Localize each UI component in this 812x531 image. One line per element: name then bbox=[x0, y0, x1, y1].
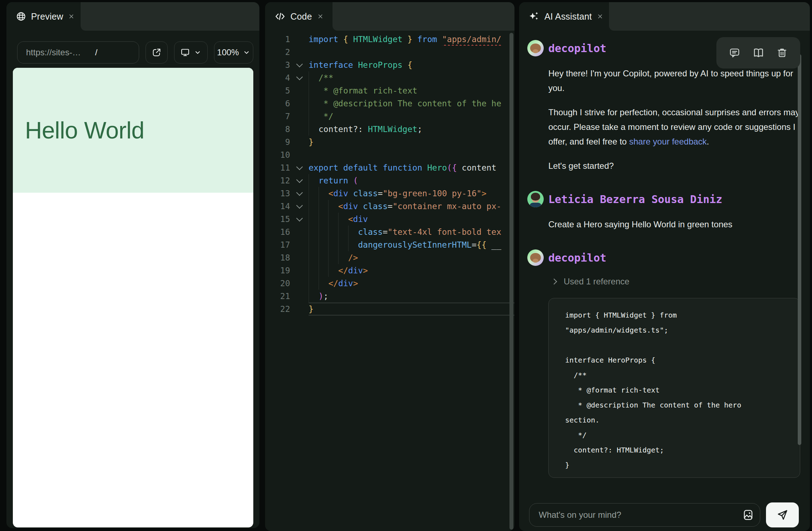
chat-input[interactable] bbox=[529, 504, 760, 526]
book-icon[interactable] bbox=[753, 47, 764, 59]
close-icon[interactable] bbox=[597, 13, 604, 20]
image-icon[interactable] bbox=[742, 509, 754, 521]
code-line[interactable]: 22} bbox=[265, 303, 514, 315]
chat-tabstrip bbox=[609, 2, 810, 31]
line-number: 17 bbox=[265, 238, 290, 251]
line-number: 7 bbox=[265, 110, 290, 123]
code-line[interactable]: 14<div class="container mx-auto px- bbox=[265, 200, 514, 213]
fold-chevron-icon[interactable] bbox=[290, 161, 309, 174]
send-button[interactable] bbox=[766, 502, 799, 527]
code-line[interactable]: 5 * @format rich-text bbox=[265, 84, 514, 97]
line-number: 12 bbox=[265, 174, 290, 187]
code-line[interactable]: 16class="text-4xl font-bold tex bbox=[265, 226, 514, 238]
indent-guide bbox=[328, 264, 338, 277]
tab-code[interactable]: Code bbox=[265, 2, 333, 31]
line-number: 20 bbox=[265, 277, 290, 290]
close-icon[interactable] bbox=[68, 13, 75, 20]
line-number: 13 bbox=[265, 187, 290, 200]
fold-spacer bbox=[290, 238, 309, 251]
code-line[interactable]: 7 */ bbox=[265, 110, 514, 123]
code-line[interactable]: 13<div class="bg-green-100 py-16"> bbox=[265, 187, 514, 200]
indent-guide bbox=[319, 238, 329, 251]
preview-panel: Preview https://sites-… / bbox=[6, 2, 259, 528]
code-panel: Code 1import { HTMLWidget } from "apps/a… bbox=[265, 2, 514, 531]
code-text: import { HTMLWidget } from "apps/admin/ bbox=[309, 33, 514, 46]
code-text: </div> bbox=[309, 264, 514, 277]
code-line[interactable]: 21); bbox=[265, 290, 514, 303]
code-line[interactable]: 19</div> bbox=[265, 264, 514, 277]
chat-messages: decopilotHey there! I'm your Copilot, po… bbox=[527, 31, 800, 502]
indent-guide bbox=[309, 187, 319, 200]
indent-guide bbox=[309, 277, 319, 290]
indent-guide bbox=[319, 264, 329, 277]
code-line[interactable]: 8content?: HTMLWidget; bbox=[265, 123, 514, 136]
fold-chevron-icon[interactable] bbox=[290, 187, 309, 200]
assistant-avatar bbox=[527, 40, 544, 56]
site-preview-frame[interactable]: Hello World bbox=[13, 68, 253, 527]
reference-toggle[interactable]: Used 1 reference bbox=[552, 277, 800, 287]
url-path: / bbox=[95, 47, 97, 57]
code-text: content?: HTMLWidget; bbox=[309, 123, 514, 136]
hero-section: Hello World bbox=[13, 68, 253, 193]
fold-chevron-icon[interactable] bbox=[290, 213, 309, 226]
fold-chevron-icon[interactable] bbox=[290, 174, 309, 187]
tab-ai-assistant[interactable]: AI Assistant bbox=[519, 2, 609, 31]
message-header: Leticia Bezerra Sousa Diniz bbox=[527, 191, 800, 207]
indent-guide bbox=[309, 290, 319, 303]
code-line[interactable]: 11export default function Hero({ content bbox=[265, 161, 514, 174]
indent-guide bbox=[309, 238, 319, 251]
indent-guide bbox=[328, 213, 338, 226]
code-text bbox=[309, 46, 514, 59]
reference-label: Used 1 reference bbox=[564, 277, 629, 287]
code-line[interactable]: 20</div> bbox=[265, 277, 514, 290]
code-text: /** bbox=[309, 71, 514, 84]
editor-scrollbar[interactable] bbox=[509, 33, 513, 530]
code-line[interactable]: 10 bbox=[265, 148, 514, 161]
code-line[interactable]: 18/> bbox=[265, 251, 514, 264]
device-select-button[interactable] bbox=[174, 41, 208, 64]
tab-code-label: Code bbox=[290, 11, 312, 22]
zoom-value: 100% bbox=[217, 47, 239, 57]
fold-chevron-icon[interactable] bbox=[290, 71, 309, 84]
user-avatar bbox=[527, 191, 544, 207]
chat-scrollbar[interactable] bbox=[798, 54, 801, 445]
code-text: } bbox=[309, 136, 514, 148]
url-input[interactable]: https://sites-… / bbox=[17, 41, 139, 64]
message-author: decopilot bbox=[548, 252, 607, 264]
code-line[interactable]: 3interface HeroProps { bbox=[265, 59, 514, 71]
fold-chevron-icon[interactable] bbox=[290, 200, 309, 213]
code-line[interactable]: 17dangerouslySetInnerHTML={{ __ bbox=[265, 238, 514, 251]
message-author: Leticia Bezerra Sousa Diniz bbox=[548, 193, 722, 206]
code-line[interactable]: 6 * @description The content of the he bbox=[265, 97, 514, 110]
code-line[interactable]: 12return ( bbox=[265, 174, 514, 187]
fold-spacer bbox=[290, 46, 309, 59]
tab-preview[interactable]: Preview bbox=[6, 2, 81, 31]
code-text: return ( bbox=[309, 174, 514, 187]
code-editor[interactable]: 1import { HTMLWidget } from "apps/admin/… bbox=[265, 31, 514, 531]
open-external-button[interactable] bbox=[146, 41, 168, 64]
comment-icon[interactable] bbox=[729, 47, 740, 59]
code-line[interactable]: 1import { HTMLWidget } from "apps/admin/ bbox=[265, 33, 514, 46]
chevron-down-icon bbox=[243, 49, 250, 56]
indent-guide bbox=[309, 71, 319, 84]
code-line[interactable]: 9} bbox=[265, 136, 514, 148]
close-icon[interactable] bbox=[317, 13, 324, 20]
indent-guide bbox=[309, 174, 319, 187]
indent-guide bbox=[309, 200, 319, 213]
code-line[interactable]: 2 bbox=[265, 46, 514, 59]
zoom-level-button[interactable]: 100% bbox=[214, 41, 253, 64]
trash-icon[interactable] bbox=[776, 47, 788, 59]
code-line[interactable]: 15<div bbox=[265, 213, 514, 226]
message-header: decopilot bbox=[527, 249, 800, 266]
feedback-link[interactable]: share your feedback bbox=[629, 137, 706, 146]
text-run: Let's get started? bbox=[548, 161, 614, 171]
send-icon bbox=[776, 509, 788, 521]
monitor-icon bbox=[180, 47, 190, 57]
composer bbox=[529, 503, 760, 527]
code-snippet: import { HTMLWidget } from "apps/admin/w… bbox=[548, 298, 800, 478]
code-text: interface HeroProps { bbox=[309, 59, 514, 71]
line-number: 8 bbox=[265, 123, 290, 136]
fold-chevron-icon[interactable] bbox=[290, 59, 309, 71]
code-line[interactable]: 4/** bbox=[265, 71, 514, 84]
line-number: 14 bbox=[265, 200, 290, 213]
